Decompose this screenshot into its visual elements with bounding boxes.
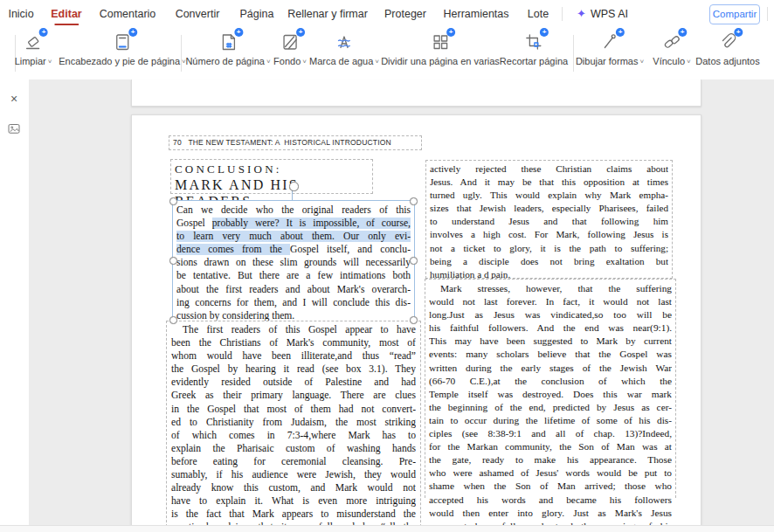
text-line: not a ticket to glory, it is the path to… bbox=[430, 242, 668, 255]
premium-badge-icon: + bbox=[446, 28, 455, 37]
text-line: sizes that Jewish leaders, especially Ph… bbox=[430, 202, 668, 215]
text-line: (66-70 C.E.),at the conclusion of which … bbox=[429, 375, 672, 388]
text-line: sions drawn on these slim grounds will n… bbox=[176, 256, 411, 269]
text-line: Greek as their primary language. There a… bbox=[171, 389, 416, 402]
top-tab-bar: ✦WPS AI Compartir InicioEditarComentario… bbox=[0, 0, 774, 28]
text-line: actively rejected these Christian claims… bbox=[430, 162, 668, 176]
text-segment: Can we decide who the original readers o… bbox=[176, 204, 411, 216]
wps-ai-button[interactable]: ✦WPS AI bbox=[577, 0, 628, 28]
text-line: the Gospel by hearing it read (see box 3… bbox=[171, 363, 416, 376]
text-line: is the fact that Mark appears to misunde… bbox=[171, 508, 416, 521]
chevron-down-icon: ˅ bbox=[687, 58, 691, 66]
text-line: shame when the Son of Man arrived; those… bbox=[429, 480, 672, 493]
ribbon-item-dividir-una-pagina-en-varias[interactable]: +Dividir una página en varias bbox=[381, 31, 500, 66]
selection-handle-mid-left[interactable] bbox=[169, 257, 177, 265]
text-segment: Gospel itself, and conclu- bbox=[290, 244, 411, 255]
selected-text: probably were? It is impossible, of cour… bbox=[212, 218, 411, 229]
ribbon-item-vinculo[interactable]: +Vínculo˅ bbox=[653, 31, 690, 66]
tab-convertir[interactable]: Convertir bbox=[176, 0, 220, 28]
selection-handle-bottom-right[interactable] bbox=[410, 316, 418, 324]
text-segment: about the first readers and about Mark's… bbox=[176, 284, 411, 295]
left-column-textbox[interactable]: The first readers of this Gospel appear … bbox=[166, 321, 421, 532]
rotate-handle[interactable] bbox=[289, 182, 299, 191]
tab-inicio[interactable]: Inicio bbox=[8, 0, 33, 28]
ribbon-item-datos-adjuntos[interactable]: +Datos adjuntos bbox=[695, 31, 759, 66]
background-icon: + bbox=[280, 31, 301, 52]
horizontal-scrollbar[interactable] bbox=[0, 525, 774, 532]
text-line: his faithful followers. And the end was … bbox=[429, 321, 672, 335]
text-line: who were ashamed of Jesus' words would b… bbox=[429, 466, 672, 480]
ribbon-item-marca-de-agua[interactable]: Marca de agua˅ bbox=[309, 31, 379, 66]
draw-shapes-icon: + bbox=[599, 31, 620, 52]
ribbon-item-label: Recortar página bbox=[500, 56, 568, 66]
tab-rellenar-y-firmar[interactable]: Rellenar y firmar bbox=[287, 0, 368, 28]
premium-badge-icon: + bbox=[128, 28, 137, 37]
right-column-textbox-2[interactable]: Mark stresses, however, that the sufferi… bbox=[425, 279, 676, 498]
text-line: evidently resided outside of Palestine a… bbox=[171, 376, 416, 389]
premium-badge-icon: + bbox=[616, 28, 625, 37]
selection-handle-mid-right[interactable] bbox=[410, 257, 418, 265]
text-segment: sions drawn on these slim grounds will n… bbox=[176, 257, 411, 268]
text-line: written during the early stages of the J… bbox=[429, 362, 672, 375]
attachment-icon: + bbox=[717, 31, 738, 52]
active-tab-underline bbox=[54, 24, 79, 26]
document-canvas: 70 THE NEW TESTAMENT: A HISTORICAL INTRO… bbox=[29, 79, 774, 532]
text-line: whom would have been illiterate,and thus… bbox=[171, 349, 416, 363]
page-header-textbox[interactable]: 70 THE NEW TESTAMENT: A HISTORICAL INTRO… bbox=[169, 135, 422, 150]
image-icon[interactable] bbox=[6, 121, 22, 136]
page-number-icon: + bbox=[218, 31, 238, 52]
tab-herramientas[interactable]: Herramientas bbox=[443, 0, 508, 28]
text-line: have to explain it. What is even more in… bbox=[171, 494, 416, 508]
text-line: The first readers of this Gospel appear … bbox=[171, 323, 416, 336]
selection-handle-bottom-left[interactable] bbox=[169, 316, 177, 324]
selection-handle-top-left[interactable] bbox=[169, 197, 177, 205]
text-segment: Gospel bbox=[176, 218, 212, 229]
tab-lote[interactable]: Lote bbox=[528, 0, 549, 28]
eraser-icon: + bbox=[23, 31, 44, 52]
ribbon-item-label: Limpiar˅ bbox=[15, 56, 52, 66]
ribbon-item-label: Número de página˅ bbox=[185, 56, 270, 66]
text-line: involves a high cost. For Mark, followin… bbox=[430, 228, 668, 241]
ribbon-item-recortar-pagina[interactable]: +Recortar página bbox=[500, 31, 568, 66]
tab-editar[interactable]: Editar bbox=[51, 0, 81, 28]
text-line: explain the Pharisaic custom of washing … bbox=[171, 442, 416, 455]
selection-handle-top-right[interactable] bbox=[410, 197, 418, 205]
tab-proteger[interactable]: Proteger bbox=[384, 0, 426, 28]
section-title-textbox[interactable]: CONCLUSION: MARK AND HIS READERS bbox=[170, 159, 373, 194]
ribbon-separator bbox=[573, 35, 574, 72]
text-line: about the first readers and about Mark's… bbox=[176, 283, 411, 296]
text-line: tain to occur during the lifetime of som… bbox=[429, 414, 672, 427]
page-header-text: 70 THE NEW TESTAMENT: A HISTORICAL INTRO… bbox=[169, 136, 421, 149]
right-column-textbox-1[interactable]: actively rejected these Christian claims… bbox=[425, 160, 673, 279]
ribbon-item-limpiar[interactable]: +Limpiar˅ bbox=[15, 31, 52, 66]
chevron-down-icon: ˅ bbox=[639, 58, 644, 66]
text-line: sumably, if his audience were Jewish, th… bbox=[171, 468, 416, 481]
share-button[interactable]: Compartir bbox=[709, 4, 760, 24]
text-line: Mark stresses, however, that the sufferi… bbox=[429, 282, 672, 295]
close-icon[interactable]: × bbox=[6, 91, 22, 107]
ribbon-item-fondo[interactable]: +Fondo˅ bbox=[273, 31, 307, 66]
ribbon-item-label: Dividir una página en varias bbox=[381, 56, 500, 66]
text-line: to understand Jesus and that following h… bbox=[430, 215, 668, 228]
ribbon-item-dibujar-formas[interactable]: +Dibujar formas˅ bbox=[576, 31, 644, 66]
selected-paragraph-textbox[interactable]: Can we decide who the original readers o… bbox=[172, 200, 415, 321]
text-line: long.Just as Jesus was vindicated,so too… bbox=[429, 308, 672, 321]
tab-comentario[interactable]: Comentario bbox=[100, 0, 156, 28]
text-line: Jesus. And it may be that this oppositio… bbox=[430, 176, 668, 189]
split-page-icon: + bbox=[430, 31, 451, 52]
text-line: ing concerns for them, and I will conclu… bbox=[176, 296, 411, 309]
chevron-down-icon: ˅ bbox=[302, 58, 307, 66]
crop-page-icon: + bbox=[523, 31, 544, 52]
ribbon-item-encabezado-y-pie-de-pagina[interactable]: +Encabezado y pie de página˅ bbox=[59, 31, 186, 66]
ribbon-item-label: Datos adjuntos bbox=[695, 56, 759, 66]
ai-label: WPS AI bbox=[591, 8, 628, 20]
text-line: to learn very much about them. Our only … bbox=[176, 230, 411, 243]
chevron-down-icon: ˅ bbox=[48, 58, 52, 66]
chevron-down-icon: ˅ bbox=[266, 58, 271, 66]
ribbon-item-numero-de-pagina[interactable]: +Número de página˅ bbox=[185, 31, 270, 66]
premium-badge-icon: + bbox=[734, 28, 743, 37]
text-line: accepted his words and became his follow… bbox=[429, 494, 672, 507]
tab-pagina[interactable]: Página bbox=[240, 0, 274, 28]
ribbon-item-label: Marca de agua˅ bbox=[309, 56, 379, 66]
text-line: be tentative. But there are a few intima… bbox=[176, 269, 411, 282]
